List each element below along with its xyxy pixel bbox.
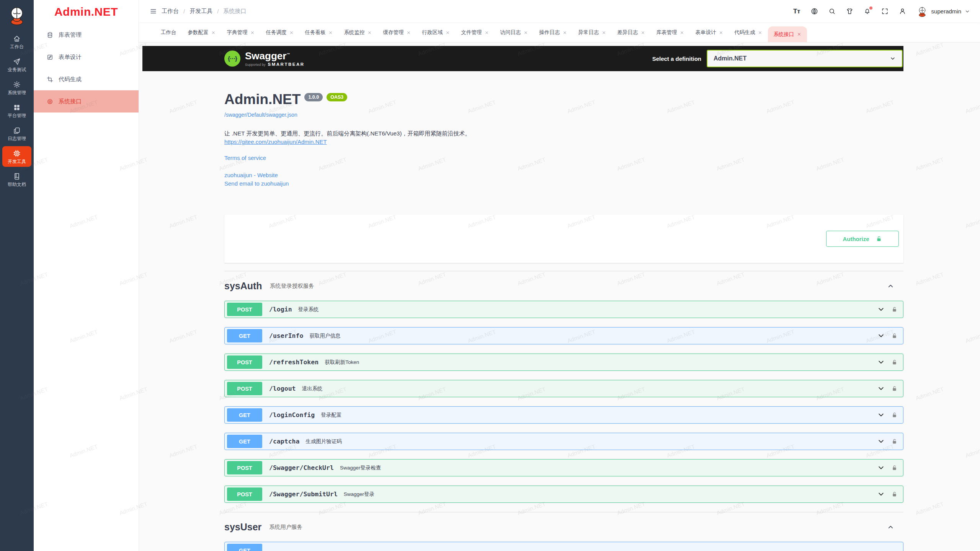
definition-select-label: Select a definition <box>652 55 701 62</box>
tab-工作台[interactable]: 工作台 <box>155 23 182 42</box>
menu-item-系统接口[interactable]: 系统接口 <box>34 90 139 112</box>
api-operation[interactable]: GET/userInfo获取用户信息 <box>224 327 903 344</box>
auth-lock-icon[interactable] <box>891 385 898 392</box>
auth-lock-icon[interactable] <box>891 491 898 497</box>
auth-lock-icon[interactable] <box>891 412 898 418</box>
section-header-sysUser[interactable]: sysUser系统用户服务 <box>224 512 903 542</box>
sidebar-item-label: 帮助文档 <box>8 182 26 187</box>
tab-参数配置[interactable]: 参数配置 <box>182 23 221 42</box>
user-menu[interactable]: superadmin <box>916 6 970 17</box>
expand-operation-icon[interactable] <box>877 358 885 366</box>
tab-label: 行政区域 <box>422 29 443 36</box>
sidebar-item-日志管理[interactable]: 日志管理 <box>2 123 31 144</box>
theme-action[interactable] <box>846 8 853 15</box>
breadcrumb-item[interactable]: 开发工具 <box>189 8 212 15</box>
grid-icon <box>13 104 21 111</box>
menu-item-代码生成[interactable]: 代码生成 <box>34 68 139 90</box>
api-operation[interactable]: POST/login登录系统 <box>224 301 903 318</box>
tab-close-icon <box>289 31 294 35</box>
menu-item-表单设计[interactable]: 表单设计 <box>34 46 139 68</box>
section-header-sysAuth[interactable]: sysAuth系统登录授权服务 <box>224 271 903 301</box>
tab-文件管理[interactable]: 文件管理 <box>456 23 495 42</box>
fullscreen-icon <box>881 8 889 15</box>
tab-访问日志[interactable]: 访问日志 <box>495 23 534 42</box>
api-path: /loginConfig <box>269 411 315 419</box>
website-link[interactable]: zuohuaijun - Website <box>224 171 903 179</box>
language-icon <box>811 8 818 15</box>
language-action[interactable] <box>811 8 818 15</box>
sidebar-item-业务测试[interactable]: 业务测试 <box>2 54 31 75</box>
auth-lock-icon[interactable] <box>891 465 898 471</box>
api-operation[interactable]: POST/refreshToken获取刷新Token <box>224 354 903 371</box>
search-action[interactable] <box>828 8 836 15</box>
tab-缓存管理[interactable]: 缓存管理 <box>377 23 416 42</box>
api-summary: 获取用户信息 <box>309 333 340 339</box>
api-operation[interactable]: GET/captcha生成图片验证码 <box>224 433 903 450</box>
api-description: 让 .NET 开发更简单、更通用、更流行。前后端分离架构(.NET6/Vue3)… <box>224 129 903 146</box>
tab-close-icon <box>446 31 450 35</box>
api-operation[interactable]: POST/Swagger/SubmitUrlSwagger登录 <box>224 486 903 503</box>
api-summary: Swagger登录 <box>344 491 374 498</box>
expand-operation-icon[interactable] <box>877 437 885 445</box>
tab-label: 文件管理 <box>461 29 482 36</box>
api-operation[interactable]: POST/Swagger/CheckUrlSwagger登录检查 <box>224 459 903 476</box>
auth-lock-icon[interactable] <box>891 438 898 445</box>
expand-operation-icon[interactable] <box>877 332 885 340</box>
sidebar-item-系统管理[interactable]: 系统管理 <box>2 77 31 98</box>
sidebar-item-帮助文档[interactable]: 帮助文档 <box>2 169 31 190</box>
tab-bar: 工作台参数配置字典管理任务调度任务看板系统监控缓存管理行政区域文件管理访问日志操… <box>139 23 980 42</box>
tab-差异日志[interactable]: 差异日志 <box>612 23 651 42</box>
tab-任务看板[interactable]: 任务看板 <box>299 23 338 42</box>
tab-系统接口[interactable]: 系统接口 <box>768 26 807 42</box>
username: superadmin <box>931 8 961 15</box>
expand-operation-icon[interactable] <box>877 305 885 313</box>
tab-代码生成[interactable]: 代码生成 <box>729 23 768 42</box>
api-operation[interactable]: POST/logout退出系统 <box>224 380 903 397</box>
breadcrumb-item[interactable]: 工作台 <box>162 8 179 15</box>
tab-label: 代码生成 <box>735 29 755 36</box>
fullscreen-action[interactable] <box>881 8 889 15</box>
expand-operation-icon[interactable] <box>877 411 885 419</box>
expand-operation-icon[interactable] <box>877 464 885 472</box>
tab-字典管理[interactable]: 字典管理 <box>221 23 260 42</box>
auth-lock-icon[interactable] <box>891 333 898 339</box>
notification-action[interactable] <box>864 8 871 15</box>
tab-库表管理[interactable]: 库表管理 <box>651 23 690 42</box>
definition-select[interactable]: Admin.NET <box>707 50 903 67</box>
terms-link[interactable]: Terms of service <box>224 155 266 161</box>
font-size-action[interactable]: Tᴛ <box>793 8 800 15</box>
app-logo-avatar[interactable] <box>6 5 28 26</box>
tab-label: 系统接口 <box>774 31 794 38</box>
api-summary: 退出系统 <box>302 385 323 392</box>
collapse-menu-icon[interactable] <box>150 8 157 15</box>
tab-系统监控[interactable]: 系统监控 <box>338 23 377 42</box>
profile-action[interactable] <box>899 8 906 15</box>
primary-sidebar: 工作台业务测试系统管理平台管理日志管理开发工具帮助文档 <box>0 0 34 551</box>
api-operation[interactable]: GET <box>224 542 903 551</box>
auth-lock-icon[interactable] <box>891 306 898 313</box>
tab-操作日志[interactable]: 操作日志 <box>534 23 573 42</box>
auth-lock-icon[interactable] <box>891 359 898 365</box>
send-icon <box>13 58 21 65</box>
tab-异常日志[interactable]: 异常日志 <box>573 23 612 42</box>
expand-operation-icon[interactable] <box>877 490 885 498</box>
sidebar-item-开发工具[interactable]: 开发工具 <box>2 146 31 167</box>
expand-operation-icon[interactable] <box>877 385 885 393</box>
tab-表单设计[interactable]: 表单设计 <box>690 23 729 42</box>
menu-item-库表管理[interactable]: 库表管理 <box>34 24 139 46</box>
api-operation[interactable]: GET/loginConfig登录配置 <box>224 406 903 424</box>
tab-label: 异常日志 <box>578 29 599 36</box>
repo-link[interactable]: https://gitee.com/zuohuaijun/Admin.NET <box>224 139 327 145</box>
http-method-badge: POST <box>227 355 262 369</box>
tab-任务调度[interactable]: 任务调度 <box>260 23 299 42</box>
spec-url-link[interactable]: /swagger/Default/swagger.json <box>224 112 903 118</box>
cpu-icon <box>13 150 21 157</box>
tab-close-icon <box>641 31 645 35</box>
main-column: 工作台/开发工具/系统接口 Tᴛsuperadmin 工作台参数配置字典管理任务… <box>139 0 980 551</box>
email-link[interactable]: Send email to zuohuaijun <box>224 179 903 188</box>
authorize-button[interactable]: Authorize <box>826 231 899 247</box>
tab-label: 任务调度 <box>266 29 287 36</box>
sidebar-item-平台管理[interactable]: 平台管理 <box>2 100 31 121</box>
tab-行政区域[interactable]: 行政区域 <box>416 23 456 42</box>
sidebar-item-工作台[interactable]: 工作台 <box>2 31 31 52</box>
